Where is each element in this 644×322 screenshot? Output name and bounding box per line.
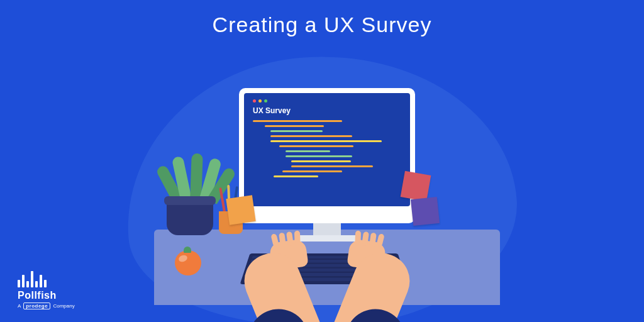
sticky-note xyxy=(401,171,431,202)
tagline-boxed: prodege xyxy=(23,303,50,309)
plant-pot xyxy=(167,200,213,235)
tagline-prefix: A xyxy=(18,303,21,309)
code-line xyxy=(270,135,352,137)
code-line xyxy=(274,175,318,177)
code-line xyxy=(265,125,324,127)
brand-name: Pollfish xyxy=(18,290,75,301)
sticky-note xyxy=(226,195,255,225)
screen-heading: UX Survey xyxy=(253,106,401,115)
code-line xyxy=(270,140,382,142)
code-line xyxy=(282,170,341,172)
code-line xyxy=(253,120,342,122)
orange-fruit xyxy=(175,250,201,275)
code-line xyxy=(286,155,352,157)
brand-logo: Pollfish A prodege Company xyxy=(18,271,75,309)
code-line xyxy=(291,165,373,167)
tagline-suffix: Company xyxy=(53,303,74,309)
code-line xyxy=(270,130,323,132)
window-controls-icon xyxy=(253,99,401,103)
sticky-note xyxy=(411,197,440,226)
code-line xyxy=(279,145,353,147)
brand-tagline: A prodege Company xyxy=(18,303,75,309)
code-line xyxy=(286,150,330,152)
monitor-screen: UX Survey xyxy=(244,93,410,206)
code-line xyxy=(291,160,350,162)
monitor-base xyxy=(296,235,358,242)
page-title: Creating a UX Survey xyxy=(0,13,644,37)
logo-bars-icon xyxy=(18,271,75,287)
